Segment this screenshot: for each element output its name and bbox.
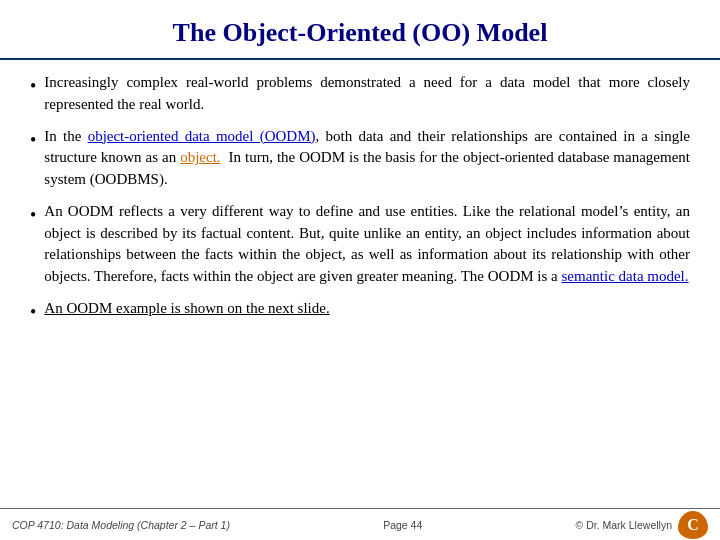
semantic-link: semantic data model. xyxy=(562,268,689,284)
object-link: object. xyxy=(180,149,220,165)
svg-text:C: C xyxy=(687,516,699,533)
bullet-dot-3: • xyxy=(30,202,36,228)
bullet-item-3: • An OODM reflects a very different way … xyxy=(30,201,690,288)
bullet-dot-1: • xyxy=(30,73,36,99)
bullet-text-4: An OODM example is shown on the next sli… xyxy=(44,298,690,320)
title-bar: The Object-Oriented (OO) Model xyxy=(0,0,720,60)
footer-logo: C xyxy=(678,511,708,539)
slide-content: • Increasingly complex real-world proble… xyxy=(0,60,720,508)
bullet-item-4: • An OODM example is shown on the next s… xyxy=(30,298,690,325)
bullet-text-3: An OODM reflects a very different way to… xyxy=(44,201,690,288)
bullet-item-2: • In the object-oriented data model (OOD… xyxy=(30,126,690,191)
bullet-dot-2: • xyxy=(30,127,36,153)
slide: The Object-Oriented (OO) Model • Increas… xyxy=(0,0,720,540)
bullet-item-1: • Increasingly complex real-world proble… xyxy=(30,72,690,116)
next-slide-text: An OODM example is shown on the next sli… xyxy=(44,300,329,316)
footer-right-group: © Dr. Mark Llewellyn C xyxy=(576,511,708,539)
footer-course: COP 4710: Data Modeling (Chapter 2 – Par… xyxy=(12,519,230,531)
bullet-text-2: In the object-oriented data model (OODM)… xyxy=(44,126,690,191)
oodm-link: object-oriented data model (OODM) xyxy=(88,128,316,144)
footer-author: © Dr. Mark Llewellyn xyxy=(576,519,672,531)
footer-page: Page 44 xyxy=(383,519,422,531)
slide-title: The Object-Oriented (OO) Model xyxy=(173,18,548,47)
bullet-text-1: Increasingly complex real-world problems… xyxy=(44,72,690,116)
bullet-dot-4: • xyxy=(30,299,36,325)
slide-footer: COP 4710: Data Modeling (Chapter 2 – Par… xyxy=(0,508,720,540)
